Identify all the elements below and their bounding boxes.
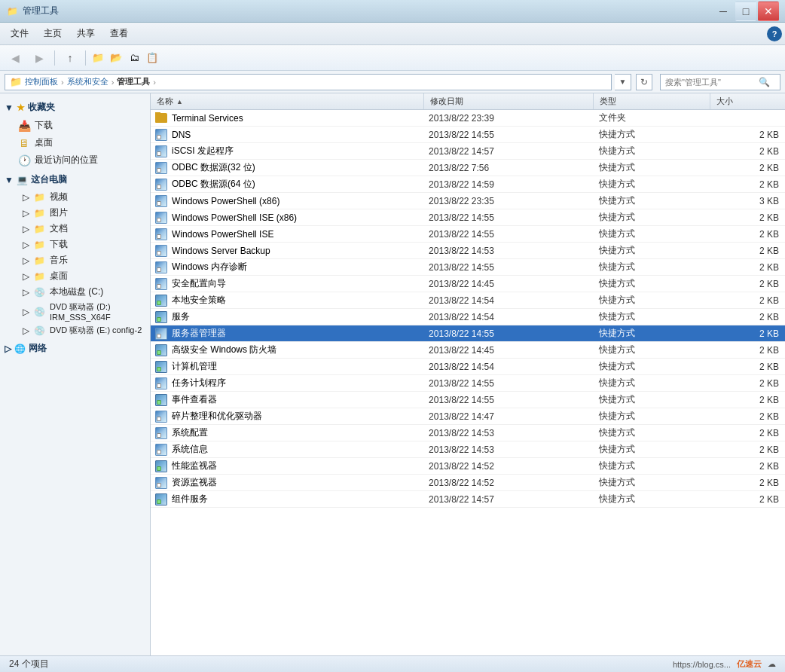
table-row[interactable]: Terminal Services 2013/8/22 23:39 文件夹: [151, 110, 785, 127]
menu-view[interactable]: 查看: [102, 24, 136, 43]
file-type-cell: 快捷方式: [593, 460, 710, 472]
maximize-button[interactable]: □: [735, 2, 756, 21]
file-name-text: 安全配置向导: [172, 277, 226, 290]
table-row[interactable]: Windows PowerShell ISE (x86) 2013/8/22 1…: [151, 209, 785, 226]
table-row[interactable]: 碎片整理和优化驱动器 2013/8/22 14:47 快捷方式 2 KB: [151, 408, 785, 425]
sidebar-item-documents[interactable]: ▷ 📁 文档: [0, 221, 150, 237]
table-row[interactable]: 服务器管理器 2013/8/22 14:55 快捷方式 2 KB: [151, 325, 785, 342]
quick-folder-icon-2[interactable]: 📂: [108, 50, 124, 66]
status-bar: 24 个项目 https://blog.cs... 亿速云 ☁: [0, 655, 785, 672]
sidebar-item-desktop[interactable]: 🖥 桌面: [0, 134, 150, 151]
icon-dvd-d: 💿: [34, 307, 45, 317]
col-header-date[interactable]: 修改日期: [424, 93, 594, 109]
table-row[interactable]: ODBC 数据源(64 位) 2013/8/22 14:59 快捷方式 2 KB: [151, 176, 785, 193]
sidebar-item-recent[interactable]: 🕐 最近访问的位置: [0, 151, 150, 169]
path-part-1[interactable]: 控制面板: [25, 76, 58, 87]
table-row[interactable]: 性能监视器 2013/8/22 14:52 快捷方式 2 KB: [151, 458, 785, 475]
refresh-button[interactable]: ↻: [636, 74, 652, 90]
menu-share[interactable]: 共享: [69, 24, 102, 43]
col-header-name[interactable]: 名称 ▲: [151, 93, 424, 109]
menu-file[interactable]: 文件: [3, 24, 36, 43]
title-bar: 📁 管理工具 ─ □ ✕: [0, 0, 785, 23]
file-icon: [155, 493, 167, 506]
folder-icon-desktop: 🖥: [18, 137, 30, 149]
table-row[interactable]: 高级安全 Windows 防火墙 2013/8/22 14:45 快捷方式 2 …: [151, 342, 785, 359]
sidebar-item-label-desktop: 桌面: [35, 136, 53, 149]
sidebar-item-local-disk[interactable]: ▷ 💿 本地磁盘 (C:): [0, 284, 150, 300]
sidebar-item-dvd-d[interactable]: ▷ 💿 DVD 驱动器 (D:) IRM_SSS_X64F: [0, 300, 150, 323]
address-path[interactable]: 📁 控制面板 › 系统和安全 › 管理工具 ›: [5, 74, 612, 90]
table-row[interactable]: 资源监视器 2013/8/22 14:52 快捷方式 2 KB: [151, 475, 785, 491]
table-row[interactable]: DNS 2013/8/22 14:55 快捷方式 2 KB: [151, 127, 785, 143]
col-header-type[interactable]: 类型: [594, 93, 710, 109]
quick-folder-icon-3[interactable]: 🗂: [127, 50, 142, 66]
search-icon[interactable]: 🔍: [759, 77, 770, 87]
file-date-cell: 2013/8/22 14:52: [423, 478, 592, 488]
col-header-size[interactable]: 大小: [710, 93, 785, 109]
file-icon: [155, 295, 167, 307]
file-type-cell: 快捷方式: [593, 476, 710, 489]
table-row[interactable]: ODBC 数据源(32 位) 2013/8/22 7:56 快捷方式 2 KB: [151, 160, 785, 176]
close-button[interactable]: ✕: [758, 2, 779, 21]
table-row[interactable]: 本地安全策略 2013/8/22 14:54 快捷方式 2 KB: [151, 292, 785, 309]
quick-folder-icon-4[interactable]: 📋: [145, 50, 160, 66]
path-part-2[interactable]: 系统和安全: [67, 76, 108, 87]
back-button[interactable]: ◀: [5, 48, 26, 68]
sidebar-item-downloads[interactable]: 📥 下载: [0, 117, 150, 134]
table-row[interactable]: Windows PowerShell (x86) 2013/8/22 23:35…: [151, 193, 785, 209]
help-button[interactable]: ?: [767, 26, 782, 41]
file-size-cell: 2 KB: [710, 444, 785, 455]
sidebar-network-header[interactable]: ▷ 🌐 网络: [0, 339, 150, 358]
sidebar-item-music[interactable]: ▷ 📁 音乐: [0, 252, 150, 268]
sidebar-item-videos[interactable]: ▷ 📁 视频: [0, 189, 150, 205]
address-dropdown[interactable]: ▼: [615, 74, 631, 90]
file-name-text: Windows 内存诊断: [172, 261, 247, 273]
quick-folder-icon-1[interactable]: 📁: [90, 50, 105, 66]
status-brand: 亿速云: [737, 658, 762, 670]
file-name-text: Windows Server Backup: [172, 246, 270, 256]
table-row[interactable]: 计算机管理 2013/8/22 14:54 快捷方式 2 KB: [151, 359, 785, 375]
file-name-text: 资源监视器: [172, 476, 217, 489]
up-button[interactable]: ↑: [60, 48, 81, 68]
sidebar-favorites-header[interactable]: ▼ ★ 收藏夹: [0, 98, 150, 117]
file-icon: [155, 195, 167, 207]
file-icon: [155, 162, 167, 174]
table-row[interactable]: 事件查看器 2013/8/22 14:55 快捷方式 2 KB: [151, 392, 785, 408]
forward-button[interactable]: ▶: [29, 48, 50, 68]
file-name-cell: ODBC 数据源(32 位): [151, 161, 423, 174]
favorites-arrow: ▼: [5, 102, 14, 113]
table-row[interactable]: 任务计划程序 2013/8/22 14:55 快捷方式 2 KB: [151, 375, 785, 392]
sidebar-computer-header[interactable]: ▼ 💻 这台电脑: [0, 170, 150, 189]
sidebar-item-desktop2[interactable]: ▷ 📁 桌面: [0, 268, 150, 284]
table-row[interactable]: 系统信息 2013/8/22 14:53 快捷方式 2 KB: [151, 441, 785, 458]
table-row[interactable]: Windows 内存诊断 2013/8/22 14:55 快捷方式 2 KB: [151, 259, 785, 276]
sidebar-item-downloads2[interactable]: ▷ 📁 下载: [0, 237, 150, 252]
sidebar-item-label-downloads: 下载: [35, 119, 53, 132]
sidebar-item-pictures[interactable]: ▷ 📁 图片: [0, 205, 150, 221]
file-size-cell: 2 KB: [710, 428, 785, 438]
file-name-text: 事件查看器: [172, 393, 217, 406]
file-date-cell: 2013/8/22 14:53: [423, 444, 592, 455]
path-part-3[interactable]: 管理工具: [117, 76, 150, 87]
file-icon: [155, 212, 167, 224]
minimize-button[interactable]: ─: [713, 2, 734, 21]
file-name-cell: Terminal Services: [151, 112, 423, 124]
path-sep-1: ›: [61, 78, 64, 87]
menu-home[interactable]: 主页: [36, 24, 69, 43]
table-row[interactable]: 服务 2013/8/22 14:54 快捷方式 2 KB: [151, 309, 785, 325]
file-size-cell: 2 KB: [710, 163, 785, 173]
sidebar-item-dvd-e[interactable]: ▷ 💿 DVD 驱动器 (E:) config-2: [0, 323, 150, 338]
table-row[interactable]: Windows PowerShell ISE 2013/8/22 14:55 快…: [151, 226, 785, 243]
table-row[interactable]: 组件服务 2013/8/22 14:57 快捷方式 2 KB: [151, 491, 785, 508]
file-size-cell: 2 KB: [710, 411, 785, 422]
table-row[interactable]: 系统配置 2013/8/22 14:53 快捷方式 2 KB: [151, 425, 785, 441]
file-date-cell: 2013/8/22 14:54: [423, 312, 592, 322]
table-row[interactable]: 安全配置向导 2013/8/22 14:45 快捷方式 2 KB: [151, 276, 785, 292]
table-row[interactable]: Windows Server Backup 2013/8/22 14:53 快捷…: [151, 243, 785, 259]
icon-dvd-e: 💿: [34, 325, 45, 336]
search-input[interactable]: [665, 78, 756, 87]
table-row[interactable]: iSCSI 发起程序 2013/8/22 14:57 快捷方式 2 KB: [151, 143, 785, 160]
window-controls: ─ □ ✕: [713, 2, 779, 21]
file-name-cell: Windows PowerShell (x86): [151, 195, 423, 207]
icon-downloads2: 📁: [34, 240, 45, 250]
